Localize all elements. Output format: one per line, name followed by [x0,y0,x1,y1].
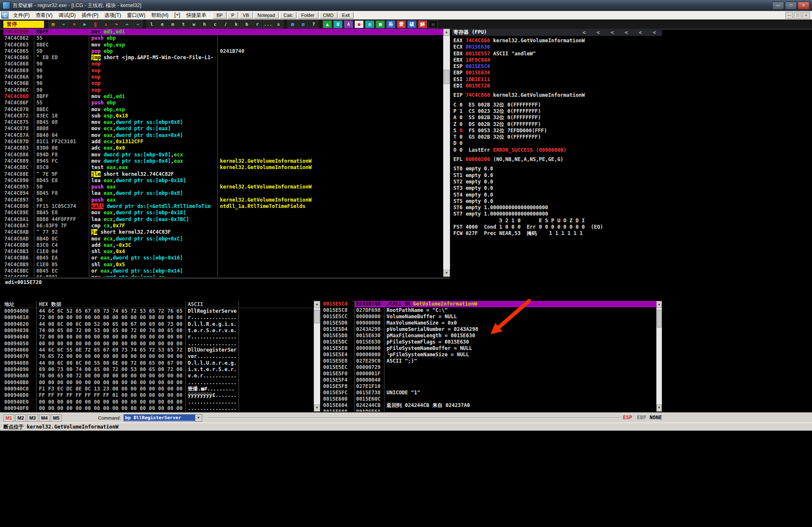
toolbar-letter-b[interactable]: b [242,20,252,28]
disasm-row[interactable]: 74C4C8BF66:8901mov word ptr ds:[ecx],ax [3,274,443,277]
plugin-ai-icon[interactable]: 爱 [397,20,406,28]
macro-tab-m4[interactable]: M4 [39,414,50,422]
run-icon[interactable]: ▶ [80,20,90,28]
registers-pane[interactable]: 寄存器 (FPU) <<<<<< EAX 74C4C860 kernel32.G… [452,29,662,299]
disasm-row[interactable]: 74C4C87D81C1 FF2C3101add ecx,0x1312CFF [3,139,443,145]
menu-item[interactable]: 快捷菜单 [183,11,209,20]
scrollbar-thumb[interactable] [444,70,450,84]
register-row[interactable]: 3 2 1 0 E S P U O Z D I [452,218,662,224]
indicator-esp[interactable]: ESP [623,415,632,421]
register-row[interactable]: O 0 LastErr ERROR_SUCCESS (00000000) [452,147,662,153]
register-row[interactable]: ESI 1DB1E111 [452,76,662,83]
scroll-down-icon[interactable]: ▼ [656,404,662,412]
stack-row[interactable]: 0015E5C8027DF698RootPathName = "C:\" [322,307,656,314]
stack-row[interactable]: 0015E5F00000001F [322,371,656,377]
dump-row[interactable]: 000940B000 00 00 00 00 00 00 00 00 00 00… [3,380,314,386]
register-row[interactable]: ESP 0015E5C4 [452,63,662,70]
register-row[interactable]: ST5 empty 0.0 [452,198,662,205]
scroll-up-icon[interactable]: ▲ [656,301,662,308]
stack-row[interactable]: 0015E5C40241B740┌CALL 到 GetVolumeInforma… [322,301,656,307]
menu-item[interactable]: 插件(P) [79,11,102,20]
toolbar-letter-r[interactable]: r [252,20,262,28]
plugin-grid-icon[interactable]: ▦ [376,20,385,28]
register-row[interactable]: ST4 empty 0.0 [452,192,662,198]
stack-row[interactable]: 0015E608B9AD6F6A [322,409,656,412]
scroll-up-icon[interactable]: ▲ [443,29,450,36]
step-over-icon[interactable]: ↷ [112,20,121,28]
stack-row[interactable]: 0015E5DC0015E630pFileSystemFlags = 0015E… [322,339,656,345]
register-scroll-arrow-icon[interactable]: < [625,30,628,35]
run-to-cursor-icon[interactable]: ⇒ [133,20,143,28]
toolbar-letter-h[interactable]: h [200,20,209,28]
disasm-row[interactable]: 74C4C89350push eaxkernel32.GetVolumeInfo… [3,184,443,190]
dump-row[interactable]: 000940A076 00 65 00 72 00 00 00 00 00 00… [3,373,314,379]
dump-scrollbar[interactable]: ▲ ▼ [314,301,320,412]
disasm-row[interactable]: 74C4C8B083C0 C4add eax,-0x3C [3,242,443,248]
toolbar-letter-dots[interactable]: ... [263,20,273,28]
menu-button-p[interactable]: P [228,12,238,19]
menu-item[interactable]: 调试(D) [55,11,79,20]
disasm-row[interactable]: 74C4C8A18D88 44F8FFFFlea ecx,dword ptr d… [3,216,443,223]
plugin-record-icon[interactable]: ● [354,20,364,28]
dump-row[interactable]: 0009409069 00 73 00 74 00 65 00 72 00 53… [3,366,314,373]
stack-row[interactable]: 0015E5F8027E1F10 [322,383,656,390]
register-row[interactable]: T 0 GS 002B 32位 0(FFFFFFFF) [452,134,662,140]
macro-tab-m3[interactable]: M3 [27,414,38,422]
toolbar-letter-m[interactable]: m [168,20,178,28]
disasm-row[interactable]: 74C4C8B3C1E0 04shl eax,0x4 [3,248,443,255]
chevron-down-icon[interactable]: ▼ [195,415,202,421]
stack-row[interactable]: 0015E5F400000040 [322,377,656,383]
execute-till-return-icon[interactable]: ↦ [122,20,132,28]
disasm-row[interactable]: 74C4C86890nop [3,61,443,67]
dump-row[interactable]: 0009401072 00 00 00 00 00 00 00 00 00 00… [3,314,314,321]
menu-button-folder[interactable]: Folder [297,12,318,19]
memory-dump-pane[interactable]: 地址 HEX 数据 ASCII 0009400044 6C 6C 52 65 6… [3,301,314,412]
plugin-u-icon[interactable]: U [333,20,343,28]
restart-icon[interactable]: « [59,20,69,28]
toolbar-letter-w[interactable]: w [189,20,199,28]
register-row[interactable]: EAX 74C4C860 kernel32.GetVolumeInformati… [452,38,662,44]
macro-tab-m2[interactable]: M2 [15,414,26,422]
disasm-row[interactable]: 74C4C8638BECmov ebp,esp [3,42,443,48]
stack-row[interactable]: 0015E5CC00000000VolumeNameBuffer = NULL [322,314,656,320]
dump-row[interactable]: 0009402044 00 6C 00 6C 00 52 00 65 00 67… [3,321,314,328]
stack-row[interactable]: 0015E5E000000000pFileSystemNameBuffer = … [322,345,656,352]
stack-row[interactable]: 0015E5D40243A298pVolumeSerialNumber = 02… [322,326,656,333]
plugin-jie-icon[interactable]: 解 [418,20,427,28]
toolbar-letter-k[interactable]: k [231,20,241,28]
disasm-row[interactable]: 74C4C89E8B45 E8mov eax,dword ptr ss:[ebp… [3,210,443,216]
stack-row[interactable]: 0015E604024244CB返回到 024244CB 来自 024237A0 [322,402,656,409]
register-row[interactable]: A 0 SS 002B 32位 0(FFFFFFFF) [452,115,662,121]
register-row[interactable]: S 0 FS 0053 32位 7EFDD000(FFF) [452,128,662,134]
register-row[interactable]: EBP 0015E634 [452,70,662,76]
register-row[interactable]: ST6 empty 1.0000000000000000000 [452,205,662,211]
maximize-button[interactable]: □ [785,2,797,10]
register-row[interactable]: ST0 empty 0.0 [452,166,662,172]
dump-row[interactable]: 000940C0F1 F3 EC DC 0E 0C 13 23 00 00 00… [3,386,314,392]
menu-button-bp[interactable]: BP [213,12,227,19]
disasm-row[interactable]: 74C4C866^ EB EDjmp short <jmp.&API-MS-Wi… [3,55,443,61]
register-scroll-arrow-icon[interactable]: < [583,30,586,35]
disasm-row[interactable]: 74C4C8AD8B4D 0Cmov ecx,dword ptr ss:[ebp… [3,236,443,242]
register-row[interactable]: EBX 10F8C844 [452,57,662,63]
register-row[interactable]: ST7 empty 1.0000000000000000000 [452,211,662,217]
register-row[interactable]: ST1 empty 0.0 [452,172,662,179]
info-pane[interactable]: edi=0015E720 [3,278,450,299]
register-scroll-arrow-icon[interactable]: < [611,30,614,35]
menu-button-cmd[interactable]: CMD [319,12,337,19]
disasm-row[interactable]: 74C4C8608BFFmov edi,edi [3,29,443,35]
register-row[interactable]: C 0 ES 002B 32位 0(FFFFFFFF) [452,102,662,108]
register-row[interactable]: ECX 0015E630 [452,44,662,50]
disasm-row[interactable]: 74C4C86255push ebp [3,35,443,41]
disasm-row[interactable]: 74C4C8BC0B45 ECor eax,dword ptr ss:[ebp-… [3,268,443,274]
menu-button-vb[interactable]: VB [239,12,253,19]
macro-tab-m1[interactable]: M1 [3,414,14,422]
step-into-icon[interactable]: ↓ [101,20,111,28]
close-button[interactable]: × [798,2,809,10]
tile-icon[interactable]: ▥ [298,20,308,28]
register-row[interactable]: ST2 empty 0.0 [452,179,662,185]
disasm-row[interactable]: 74C4C886894D F8mov dword ptr ss:[ebp-0x8… [3,152,443,158]
menu-item[interactable]: 窗口(W) [124,11,148,20]
indicator-none[interactable]: NONE [650,415,662,421]
dump-row[interactable]: 000940F000 00 00 00 00 00 00 00 00 00 00… [3,405,314,412]
